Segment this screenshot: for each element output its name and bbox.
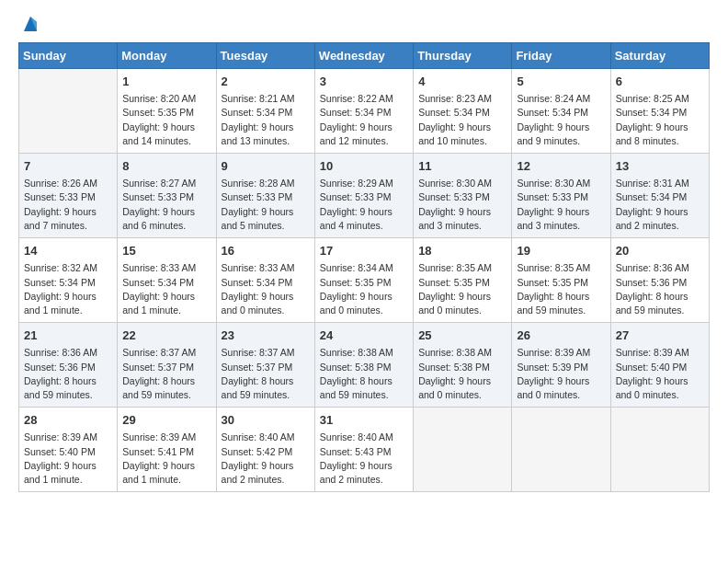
calendar-cell: 22Sunrise: 8:37 AM Sunset: 5:37 PM Dayli…: [118, 323, 216, 408]
calendar-cell: 11Sunrise: 8:30 AM Sunset: 5:33 PM Dayli…: [414, 154, 512, 238]
day-info: Sunrise: 8:38 AM Sunset: 5:38 PM Dayligh…: [418, 346, 506, 402]
calendar-cell: 9Sunrise: 8:28 AM Sunset: 5:33 PM Daylig…: [216, 154, 314, 238]
day-number: 11: [418, 158, 506, 175]
day-info: Sunrise: 8:40 AM Sunset: 5:42 PM Dayligh…: [222, 431, 310, 487]
day-info: Sunrise: 8:30 AM Sunset: 5:33 PM Dayligh…: [517, 177, 605, 233]
day-header-thursday: Thursday: [414, 43, 512, 69]
day-number: 26: [517, 327, 605, 344]
calendar-cell: [414, 408, 512, 492]
day-number: 19: [517, 243, 605, 259]
day-number: 17: [320, 243, 408, 259]
calendar-cell: 25Sunrise: 8:38 AM Sunset: 5:38 PM Dayli…: [414, 323, 512, 408]
calendar-cell: 29Sunrise: 8:39 AM Sunset: 5:41 PM Dayli…: [118, 408, 216, 492]
day-number: 7: [24, 158, 112, 175]
day-number: 14: [24, 243, 112, 259]
day-number: 10: [320, 158, 408, 175]
day-number: 25: [418, 327, 506, 344]
calendar-cell: 10Sunrise: 8:29 AM Sunset: 5:33 PM Dayli…: [314, 154, 413, 238]
day-number: 9: [222, 158, 310, 175]
day-info: Sunrise: 8:39 AM Sunset: 5:40 PM Dayligh…: [24, 431, 112, 487]
calendar-cell: 28Sunrise: 8:39 AM Sunset: 5:40 PM Dayli…: [19, 408, 118, 492]
day-number: 18: [418, 243, 506, 259]
day-number: 20: [616, 243, 704, 259]
calendar-cell: 24Sunrise: 8:38 AM Sunset: 5:38 PM Dayli…: [314, 323, 413, 408]
calendar-cell: 14Sunrise: 8:32 AM Sunset: 5:34 PM Dayli…: [19, 238, 118, 323]
day-info: Sunrise: 8:33 AM Sunset: 5:34 PM Dayligh…: [122, 261, 210, 317]
calendar-week-row: 21Sunrise: 8:36 AM Sunset: 5:36 PM Dayli…: [19, 323, 710, 408]
calendar-cell: 21Sunrise: 8:36 AM Sunset: 5:36 PM Dayli…: [19, 323, 118, 408]
calendar-cell: 1Sunrise: 8:20 AM Sunset: 5:35 PM Daylig…: [118, 69, 216, 154]
calendar-cell: 30Sunrise: 8:40 AM Sunset: 5:42 PM Dayli…: [216, 408, 314, 492]
day-number: 6: [616, 74, 704, 90]
calendar-cell: 16Sunrise: 8:33 AM Sunset: 5:34 PM Dayli…: [216, 238, 314, 323]
logo: [18, 15, 40, 35]
calendar-cell: [512, 408, 610, 492]
day-number: 1: [122, 74, 210, 90]
day-info: Sunrise: 8:35 AM Sunset: 5:35 PM Dayligh…: [418, 261, 506, 317]
day-info: Sunrise: 8:24 AM Sunset: 5:34 PM Dayligh…: [517, 92, 605, 148]
calendar-table: SundayMondayTuesdayWednesdayThursdayFrid…: [18, 42, 710, 492]
day-info: Sunrise: 8:39 AM Sunset: 5:40 PM Dayligh…: [616, 346, 704, 402]
day-number: 4: [418, 74, 506, 90]
day-number: 8: [122, 158, 210, 175]
day-info: Sunrise: 8:36 AM Sunset: 5:36 PM Dayligh…: [616, 261, 704, 317]
calendar-cell: 3Sunrise: 8:22 AM Sunset: 5:34 PM Daylig…: [314, 69, 413, 154]
day-number: 12: [517, 158, 605, 175]
day-number: 28: [24, 412, 112, 429]
day-number: 27: [616, 327, 704, 344]
calendar-cell: 4Sunrise: 8:23 AM Sunset: 5:34 PM Daylig…: [414, 69, 512, 154]
day-info: Sunrise: 8:23 AM Sunset: 5:34 PM Dayligh…: [418, 92, 506, 148]
day-info: Sunrise: 8:22 AM Sunset: 5:34 PM Dayligh…: [320, 92, 408, 148]
day-info: Sunrise: 8:39 AM Sunset: 5:39 PM Dayligh…: [517, 346, 605, 402]
calendar-cell: 5Sunrise: 8:24 AM Sunset: 5:34 PM Daylig…: [512, 69, 610, 154]
day-info: Sunrise: 8:31 AM Sunset: 5:34 PM Dayligh…: [616, 177, 704, 233]
calendar-cell: 6Sunrise: 8:25 AM Sunset: 5:34 PM Daylig…: [610, 69, 709, 154]
calendar-week-row: 1Sunrise: 8:20 AM Sunset: 5:35 PM Daylig…: [19, 69, 710, 154]
calendar-cell: 12Sunrise: 8:30 AM Sunset: 5:33 PM Dayli…: [512, 154, 610, 238]
day-info: Sunrise: 8:32 AM Sunset: 5:34 PM Dayligh…: [24, 261, 112, 317]
day-number: 29: [122, 412, 210, 429]
day-header-monday: Monday: [118, 43, 216, 69]
calendar-week-row: 28Sunrise: 8:39 AM Sunset: 5:40 PM Dayli…: [19, 408, 710, 492]
day-number: 24: [320, 327, 408, 344]
calendar-cell: 26Sunrise: 8:39 AM Sunset: 5:39 PM Dayli…: [512, 323, 610, 408]
day-info: Sunrise: 8:30 AM Sunset: 5:33 PM Dayligh…: [418, 177, 506, 233]
day-info: Sunrise: 8:40 AM Sunset: 5:43 PM Dayligh…: [320, 431, 408, 487]
day-header-sunday: Sunday: [19, 43, 118, 69]
day-number: 3: [320, 74, 408, 90]
day-info: Sunrise: 8:39 AM Sunset: 5:41 PM Dayligh…: [122, 431, 210, 487]
day-number: 23: [222, 327, 310, 344]
day-header-friday: Friday: [512, 43, 610, 69]
calendar-cell: 8Sunrise: 8:27 AM Sunset: 5:33 PM Daylig…: [118, 154, 216, 238]
calendar-cell: 18Sunrise: 8:35 AM Sunset: 5:35 PM Dayli…: [414, 238, 512, 323]
calendar-week-row: 7Sunrise: 8:26 AM Sunset: 5:33 PM Daylig…: [19, 154, 710, 238]
calendar-cell: 27Sunrise: 8:39 AM Sunset: 5:40 PM Dayli…: [610, 323, 709, 408]
calendar-cell: 19Sunrise: 8:35 AM Sunset: 5:35 PM Dayli…: [512, 238, 610, 323]
day-number: 2: [222, 74, 310, 90]
calendar-cell: 15Sunrise: 8:33 AM Sunset: 5:34 PM Dayli…: [118, 238, 216, 323]
day-number: 16: [222, 243, 310, 259]
day-number: 22: [122, 327, 210, 344]
day-info: Sunrise: 8:38 AM Sunset: 5:38 PM Dayligh…: [320, 346, 408, 402]
calendar-week-row: 14Sunrise: 8:32 AM Sunset: 5:34 PM Dayli…: [19, 238, 710, 323]
day-info: Sunrise: 8:27 AM Sunset: 5:33 PM Dayligh…: [122, 177, 210, 233]
day-header-wednesday: Wednesday: [314, 43, 413, 69]
day-info: Sunrise: 8:33 AM Sunset: 5:34 PM Dayligh…: [222, 261, 310, 317]
day-info: Sunrise: 8:37 AM Sunset: 5:37 PM Dayligh…: [222, 346, 310, 402]
calendar-header-row: SundayMondayTuesdayWednesdayThursdayFrid…: [19, 43, 710, 69]
calendar-cell: 23Sunrise: 8:37 AM Sunset: 5:37 PM Dayli…: [216, 323, 314, 408]
day-number: 13: [616, 158, 704, 175]
day-info: Sunrise: 8:36 AM Sunset: 5:36 PM Dayligh…: [24, 346, 112, 402]
calendar-cell: 20Sunrise: 8:36 AM Sunset: 5:36 PM Dayli…: [610, 238, 709, 323]
logo-icon: [20, 15, 40, 35]
calendar-cell: 31Sunrise: 8:40 AM Sunset: 5:43 PM Dayli…: [314, 408, 413, 492]
day-number: 15: [122, 243, 210, 259]
day-info: Sunrise: 8:21 AM Sunset: 5:34 PM Dayligh…: [222, 92, 310, 148]
calendar-cell: 7Sunrise: 8:26 AM Sunset: 5:33 PM Daylig…: [19, 154, 118, 238]
calendar-cell: [19, 69, 118, 154]
day-info: Sunrise: 8:35 AM Sunset: 5:35 PM Dayligh…: [517, 261, 605, 317]
day-info: Sunrise: 8:20 AM Sunset: 5:35 PM Dayligh…: [122, 92, 210, 148]
day-info: Sunrise: 8:34 AM Sunset: 5:35 PM Dayligh…: [320, 261, 408, 317]
page-header: [18, 15, 710, 35]
calendar-cell: [610, 408, 709, 492]
